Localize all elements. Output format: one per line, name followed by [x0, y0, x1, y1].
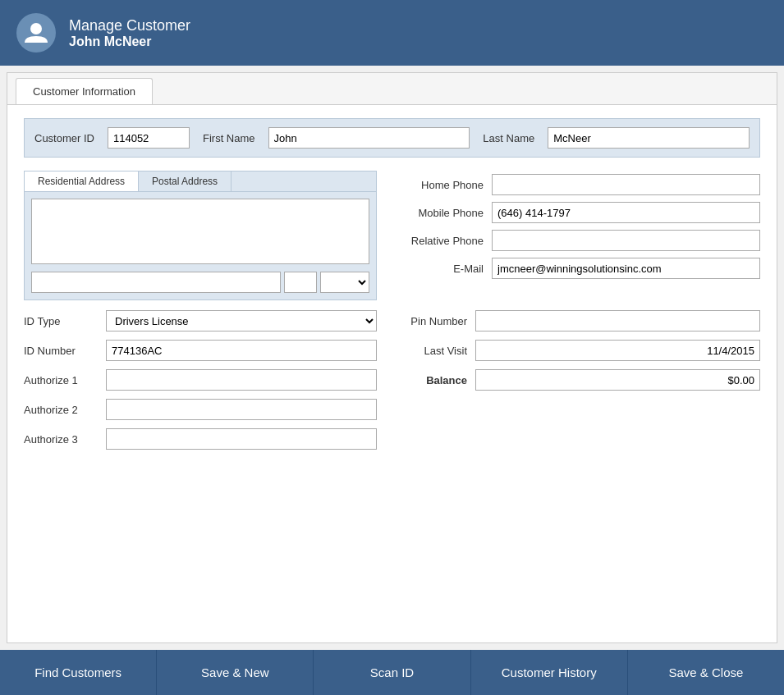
tab-postal-address[interactable]: Postal Address [139, 171, 232, 191]
home-phone-input[interactable] [492, 174, 760, 195]
home-phone-label: Home Phone [393, 179, 484, 191]
balance-input[interactable] [475, 369, 760, 391]
first-name-input[interactable] [268, 127, 470, 149]
email-input[interactable] [492, 258, 760, 279]
user-icon [23, 20, 49, 46]
authorize1-input[interactable] [106, 369, 377, 391]
id-right: Pin Number Last Visit Balance [393, 310, 760, 450]
pin-number-label: Pin Number [393, 315, 467, 327]
address-textarea[interactable] [31, 199, 369, 264]
email-label: E-Mail [393, 263, 484, 275]
find-customers-button[interactable]: Find Customers [0, 650, 157, 695]
id-number-input[interactable] [106, 340, 377, 361]
pin-number-input[interactable] [475, 310, 760, 331]
customer-id-input[interactable] [108, 127, 190, 149]
scan-id-button[interactable]: Scan ID [314, 650, 470, 695]
last-visit-label: Last Visit [393, 345, 467, 357]
authorize2-input[interactable] [106, 399, 377, 420]
header: Manage Customer John McNeer [0, 0, 784, 66]
form-area: Customer ID First Name Last Name Residen… [7, 105, 777, 642]
id-number-row: ID Number [24, 340, 377, 361]
zip-select[interactable] [320, 272, 369, 293]
email-row: E-Mail [393, 258, 760, 279]
id-left: ID Type Drivers License Passport State I… [24, 310, 377, 450]
first-name-label: First Name [203, 132, 255, 144]
mobile-phone-label: Mobile Phone [393, 207, 484, 219]
header-title: Manage Customer [69, 17, 190, 34]
id-section: ID Type Drivers License Passport State I… [24, 310, 760, 450]
authorize1-label: Authorize 1 [24, 374, 98, 386]
id-type-row: ID Type Drivers License Passport State I… [24, 310, 377, 331]
authorize2-row: Authorize 2 [24, 399, 377, 420]
authorize1-row: Authorize 1 [24, 369, 377, 391]
svg-point-0 [30, 23, 42, 34]
last-name-label: Last Name [483, 132, 534, 144]
home-phone-row: Home Phone [393, 174, 760, 195]
address-body [25, 192, 376, 299]
last-visit-input[interactable] [475, 340, 760, 361]
header-text: Manage Customer John McNeer [69, 17, 190, 49]
pin-number-row: Pin Number [393, 310, 760, 331]
relative-phone-input[interactable] [492, 230, 760, 251]
save-new-button[interactable]: Save & New [157, 650, 314, 695]
id-type-select[interactable]: Drivers License Passport State ID Milita… [106, 310, 377, 331]
balance-label: Balance [393, 374, 467, 386]
tab-bar: Customer Information [7, 73, 777, 105]
authorize3-input[interactable] [106, 428, 377, 450]
id-type-label: ID Type [24, 315, 98, 327]
save-close-button[interactable]: Save & Close [628, 650, 784, 695]
relative-phone-row: Relative Phone [393, 230, 760, 251]
tab-customer-information[interactable]: Customer Information [16, 78, 153, 104]
last-name-input[interactable] [548, 127, 750, 149]
mobile-phone-input[interactable] [492, 202, 760, 223]
address-panel: Residential Address Postal Address [24, 171, 377, 300]
avatar [16, 13, 56, 53]
authorize2-label: Authorize 2 [24, 404, 98, 416]
state-input[interactable] [284, 272, 317, 293]
middle-section: Residential Address Postal Address [24, 171, 760, 300]
last-visit-row: Last Visit [393, 340, 760, 361]
footer: Find Customers Save & New Scan ID Custom… [0, 650, 784, 695]
customer-id-row: Customer ID First Name Last Name [24, 118, 760, 158]
city-input[interactable] [31, 272, 281, 293]
main-content: Customer Information Customer ID First N… [7, 72, 777, 643]
id-number-label: ID Number [24, 345, 98, 357]
authorize3-label: Authorize 3 [24, 433, 98, 446]
authorize3-row: Authorize 3 [24, 428, 377, 450]
mobile-phone-row: Mobile Phone [393, 202, 760, 223]
address-bottom-row [31, 272, 369, 293]
relative-phone-label: Relative Phone [393, 235, 484, 247]
customer-id-label: Customer ID [34, 132, 94, 144]
header-subtitle: John McNeer [69, 34, 190, 49]
balance-row: Balance [393, 369, 760, 391]
customer-history-button[interactable]: Customer History [471, 650, 628, 695]
address-tabs: Residential Address Postal Address [25, 171, 376, 192]
contact-panel: Home Phone Mobile Phone Relative Phone E… [393, 171, 760, 300]
tab-residential-address[interactable]: Residential Address [25, 171, 139, 191]
